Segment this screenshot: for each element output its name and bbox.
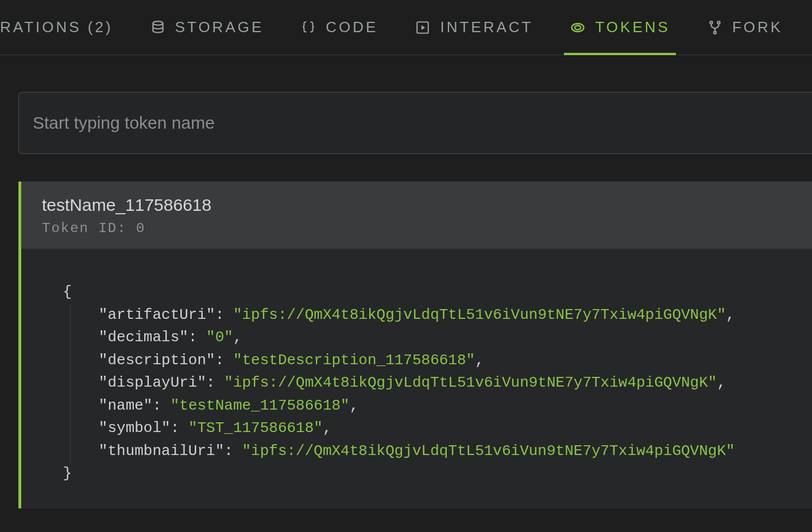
tab-code[interactable]: CODE: [282, 0, 396, 55]
svg-point-5: [717, 21, 720, 24]
tab-operations-label: RATIONS (2): [0, 18, 113, 36]
svg-point-3: [575, 25, 581, 29]
tab-storage-label: STORAGE: [175, 18, 264, 36]
tab-bar: RATIONS (2) STORAGE CODE INTERACT: [0, 0, 812, 55]
token-header[interactable]: testName_117586618 Token ID: 0: [21, 182, 812, 249]
token-name: testName_117586618: [42, 195, 791, 215]
token-icon: [570, 20, 586, 36]
token-json: { "artifactUri": "ipfs://QmX4t8ikQgjvLdq…: [21, 249, 812, 508]
tab-code-label: CODE: [326, 18, 378, 36]
search-wrap: [18, 92, 812, 154]
braces-icon: [300, 20, 316, 36]
tab-fork[interactable]: FORK: [689, 0, 801, 55]
tab-tokens-label: TOKENS: [595, 18, 670, 36]
token-card: testName_117586618 Token ID: 0 { "artifa…: [18, 182, 812, 508]
svg-point-4: [710, 21, 712, 24]
tab-operations[interactable]: RATIONS (2): [0, 0, 132, 55]
play-square-icon: [415, 20, 431, 36]
database-icon: [150, 20, 166, 36]
svg-point-0: [153, 21, 163, 25]
svg-point-6: [714, 31, 716, 33]
svg-point-2: [572, 24, 584, 32]
indent-guide: [70, 304, 71, 464]
tab-storage[interactable]: STORAGE: [132, 0, 283, 55]
token-id: Token ID: 0: [42, 221, 791, 236]
tab-fork-label: FORK: [732, 18, 783, 36]
fork-icon: [707, 20, 723, 36]
content-area: testName_117586618 Token ID: 0 { "artifa…: [0, 55, 812, 508]
token-search-input[interactable]: [18, 92, 812, 154]
tab-interact-label: INTERACT: [440, 18, 533, 36]
tab-tokens[interactable]: TOKENS: [551, 0, 688, 55]
tab-interact[interactable]: INTERACT: [396, 0, 551, 55]
